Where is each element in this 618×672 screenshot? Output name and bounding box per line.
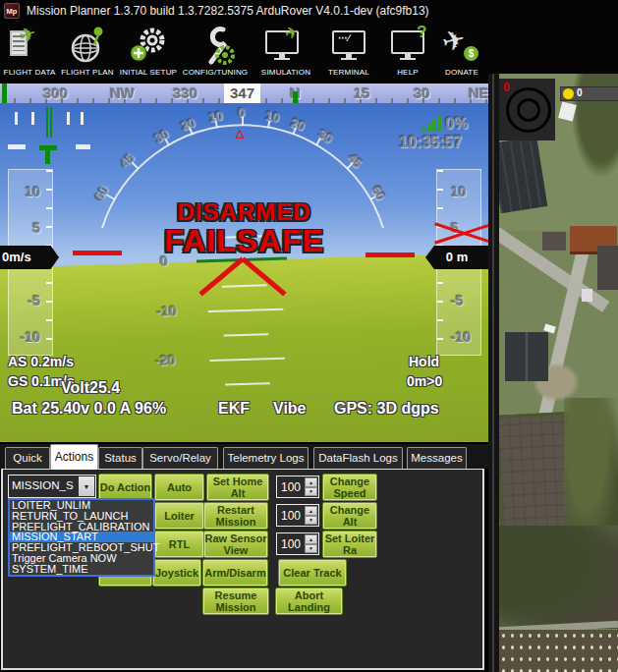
spinner-down-icon[interactable]: ▼ (305, 487, 317, 497)
heading-readout: 347 (224, 84, 260, 103)
altitude-readout: 0 m (425, 246, 488, 269)
dropdown-item[interactable]: RETURN_TO_LAUNCH (10, 511, 153, 522)
toolbar-label: TERMINAL (324, 68, 373, 77)
spinner-down-icon[interactable]: ▼ (305, 516, 317, 526)
clear-track-button[interactable]: Clear Track (278, 559, 347, 587)
change-speed-button[interactable]: Change Speed (322, 474, 377, 501)
set-home-alt-button[interactable]: Set Home Alt (206, 474, 269, 501)
wp-distance-text: 0m>0 (407, 373, 442, 389)
signal-bars-icon (437, 116, 441, 132)
map-zoom-slider[interactable]: 0 (560, 86, 618, 101)
speed-tape-label: -5 (28, 293, 40, 308)
toolbar-label: HELP (389, 68, 426, 77)
resume-mission-button[interactable]: Resume Mission (202, 588, 269, 615)
compass-mark: 330 (173, 84, 197, 101)
action-select-combo[interactable]: MISSION_S ▼ (8, 475, 96, 498)
speed-readout: 0m/s (0, 246, 59, 269)
set-loiter-rad-button[interactable]: Set Loiter Ra (322, 531, 377, 558)
tab-status[interactable]: Status (98, 447, 142, 469)
initial-setup-icon (118, 25, 179, 68)
toolbar-button-config-tuning[interactable]: CONFIG/TUNING (181, 25, 250, 82)
failsafe-status: FAILSAFE (0, 223, 488, 259)
speed-spinner[interactable]: 100 ▲▼ (276, 476, 319, 498)
battery-text: Bat 25.40v 0.0 A 96% (12, 400, 166, 418)
spinner-up-icon[interactable]: ▲ (305, 506, 317, 516)
tab-telemetry-logs[interactable]: Telemetry Logs (223, 447, 309, 469)
map-house-roof-gray (542, 232, 566, 251)
joystick-button[interactable]: Joystick (152, 559, 201, 587)
map-building (597, 246, 618, 290)
zoom-slider-value: 0 (577, 87, 583, 98)
toolbar-label: DONATE (438, 68, 485, 77)
tab-messages[interactable]: Messages (407, 447, 467, 469)
abort-landing-button[interactable]: Abort Landing (275, 588, 343, 615)
speed-spinner-value: 100 (281, 480, 301, 494)
panel-splitter[interactable] (488, 74, 499, 672)
toolbar-button-simulation[interactable]: ✈ SIMULATION (257, 25, 314, 82)
toolbar-button-donate[interactable]: ✈ $ DONATE (438, 25, 485, 82)
rtl-button[interactable]: RTL (154, 531, 204, 558)
restart-mission-button[interactable]: Restart Mission (203, 502, 268, 530)
compass-left-marker (2, 84, 7, 103)
roll-label: 0 (238, 105, 245, 120)
flight-mode-text: Hold (409, 354, 439, 369)
map-truck (582, 289, 592, 302)
hud[interactable]: 300 NW 330 N 15 30 NE 347 0 -10 (0, 84, 488, 442)
action-dropdown-list: LOITER_UNLIM RETURN_TO_LAUNCH PREFLIGHT_… (8, 498, 155, 577)
app-logo-icon: Mp (4, 3, 20, 19)
dropdown-item[interactable]: SYSTEM_TIME (10, 564, 153, 575)
arm-disarm-button[interactable]: Arm/Disarm (202, 559, 268, 587)
terminal-icon: ⋯∕ (324, 25, 373, 68)
gps-status-text: GPS: 3D dgps (334, 400, 439, 418)
auto-button[interactable]: Auto (154, 474, 204, 501)
toolbar-button-flight-data[interactable]: ✈ FLIGHT DATA (2, 25, 57, 82)
change-alt-button[interactable]: Change Alt (322, 502, 377, 530)
combo-dropdown-arrow-icon[interactable]: ▼ (79, 476, 94, 496)
flight-plan-icon (59, 25, 116, 68)
roll-marker-icon: △ (236, 127, 244, 140)
hud-clock: 10:35:57 (399, 134, 462, 151)
ekf-indicator[interactable]: EKF (218, 400, 250, 418)
alt-spinner[interactable]: 100 ▲▼ (276, 504, 319, 527)
tab-servo-relay[interactable]: Servo/Relay (142, 447, 218, 469)
spinner-down-icon[interactable]: ▼ (305, 544, 317, 554)
flight-data-icon: ✈ (2, 25, 57, 68)
alt-tape-label: -5 (451, 293, 463, 308)
zoom-slider-thumb[interactable] (563, 88, 574, 99)
compass-mark: NW (110, 84, 135, 101)
toolbar-button-initial-setup[interactable]: INITIAL SETUP (118, 25, 179, 82)
tab-actions[interactable]: Actions (50, 444, 98, 470)
toolbar-button-help[interactable]: ? HELP (389, 25, 426, 82)
map-forest (499, 526, 618, 629)
map-view[interactable]: 0 0 (499, 74, 618, 672)
vibe-indicator[interactable]: Vibe (273, 400, 307, 418)
gauge-inner-ring (517, 98, 540, 122)
spinner-up-icon[interactable]: ▲ (305, 477, 317, 487)
title-bar: Mp Mission Planner 1.3.70 build 1.3.7282… (0, 0, 618, 22)
loiter-radius-spinner[interactable]: 100 ▲▼ (276, 532, 319, 555)
simulation-icon: ✈ (257, 25, 314, 68)
speed-tape-label: 10 (25, 184, 40, 199)
arming-status: DISARMED (0, 198, 488, 226)
toolbar-button-flight-plan[interactable]: FLIGHT PLAN (59, 25, 116, 82)
spinner-up-icon[interactable]: ▲ (305, 534, 317, 544)
alt-tape-label: 10 (451, 184, 467, 199)
action-combo-value: MISSION_S (12, 479, 79, 491)
alt-tape-label: -10 (451, 329, 471, 345)
tab-dataflash-logs[interactable]: DataFlash Logs (313, 447, 403, 469)
do-action-button[interactable]: Do Action (98, 474, 152, 501)
toolbar-label: FLIGHT PLAN (59, 68, 116, 77)
config-tuning-icon (181, 25, 250, 68)
toolbar-label: FLIGHT DATA (2, 68, 57, 77)
speed-tape-label: 5 (32, 220, 40, 236)
loiter-button[interactable]: Loiter (154, 502, 204, 530)
tab-quick[interactable]: Quick (5, 447, 50, 469)
loiter-radius-spinner-value: 100 (281, 537, 301, 551)
toolbar-label: CONFIG/TUNING (181, 68, 250, 77)
toolbar-button-terminal[interactable]: ⋯∕ TERMINAL (324, 25, 373, 82)
raw-sensor-view-button[interactable]: Raw Sensor View (203, 531, 268, 558)
map-garden-rows (499, 630, 618, 672)
signal-bars-icon (427, 124, 431, 132)
speed-tape-label: -10 (21, 329, 40, 345)
window-title: Mission Planner 1.3.70 build 1.3.7282.53… (27, 4, 429, 18)
